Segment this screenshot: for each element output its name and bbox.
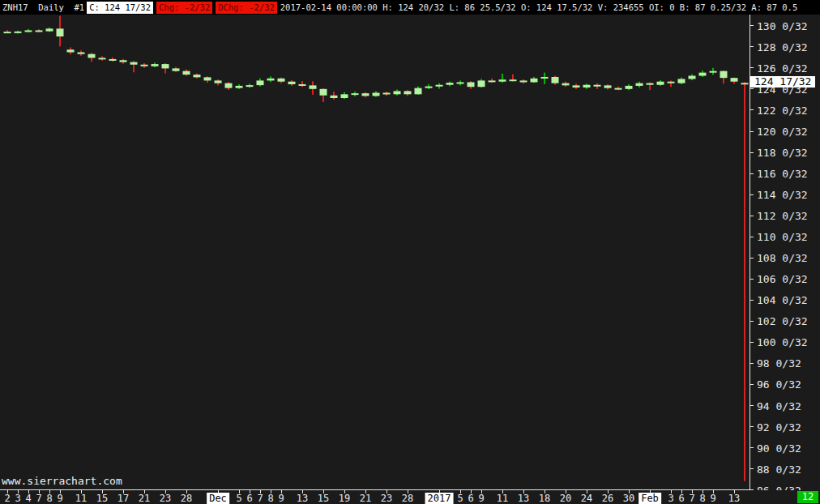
candle-body — [373, 92, 380, 96]
candle-body — [173, 68, 180, 70]
candle-body — [130, 62, 138, 65]
time-axis-label: 2 — [4, 493, 10, 504]
candle-body — [562, 83, 570, 86]
time-axis-label: 7 — [257, 493, 263, 504]
time-axis-label: 24 — [581, 493, 592, 504]
candle-body — [415, 88, 422, 95]
candlestick-chart-canvas[interactable] — [0, 15, 750, 490]
price-axis-label: 104 0/32 — [757, 294, 808, 306]
candle-body — [615, 88, 622, 90]
candle-body — [689, 76, 696, 79]
price-axis-tick — [750, 342, 754, 343]
time-axis-label: 11 — [75, 493, 87, 504]
price-axis-tick — [750, 384, 754, 385]
time-axis-label: 21 — [139, 493, 150, 504]
chartbook-number-badge[interactable]: 12 — [797, 491, 818, 503]
time-axis-label: 23 — [160, 493, 171, 504]
candle-body — [204, 77, 211, 80]
time-axis-label: 11 — [497, 493, 508, 504]
candle-body — [720, 71, 728, 78]
candle-body — [320, 89, 327, 96]
price-axis-label: 120 0/32 — [757, 126, 808, 138]
time-axis-label: 19 — [339, 493, 350, 504]
time-axis-label: 15 — [96, 493, 108, 504]
candle-body — [710, 71, 717, 73]
price-axis-tick — [750, 109, 754, 110]
time-axis-label: 8 — [699, 493, 705, 504]
time-axis-label: 4 — [25, 493, 31, 504]
candle-body — [341, 94, 348, 98]
price-axis-label: 126 0/32 — [757, 62, 808, 74]
candle-body — [394, 91, 401, 94]
price-axis-tick — [750, 131, 754, 132]
candle-body — [678, 79, 685, 83]
candle-body — [78, 53, 85, 54]
candle-body — [36, 30, 43, 32]
candle-body — [4, 32, 11, 33]
price-axis-tick — [750, 216, 754, 216]
price-axis-label: 98 0/32 — [757, 357, 801, 369]
candle-body — [310, 85, 317, 88]
time-axis-label: 23 — [381, 493, 392, 504]
candle-body — [446, 83, 454, 85]
price-axis-tick — [750, 173, 754, 174]
time-axis-month-label: 2017 — [425, 493, 454, 504]
sierra-chart-window: ZNH17 Daily #1 C: 124 17/32 Chg: -2/32 D… — [0, 0, 820, 504]
time-axis-label: 18 — [539, 493, 550, 504]
candle-body — [626, 86, 633, 89]
candle-body — [668, 82, 675, 83]
price-axis-label: 88 0/32 — [757, 463, 801, 475]
candle-body — [383, 92, 391, 94]
candle-body — [636, 83, 643, 86]
candle-body — [88, 54, 96, 58]
time-axis[interactable]: 234789111517212328Dec5678913151921232820… — [0, 490, 820, 504]
price-axis-tick — [750, 279, 754, 280]
price-axis-tick — [750, 447, 754, 448]
sierrachart-watermark: www.sierrachart.com — [2, 476, 122, 487]
candle-body — [741, 83, 749, 84]
time-axis-month-label: Feb — [638, 493, 661, 504]
candle-body — [647, 83, 654, 85]
price-axis-tick — [750, 88, 754, 89]
time-axis-label: 20 — [560, 493, 571, 504]
time-axis-label: 6 — [678, 493, 684, 504]
time-axis-label: 21 — [360, 493, 371, 504]
time-axis-label: 6 — [468, 493, 473, 504]
time-axis-label: 13 — [728, 493, 740, 504]
price-axis-label: 106 0/32 — [757, 273, 808, 285]
price-axis-tick — [750, 321, 754, 322]
candle-body — [299, 84, 306, 86]
candle-body — [699, 73, 707, 76]
last-price-label: 124 17/32 — [750, 76, 815, 88]
ohlc-info-label: 2017-02-14 00:00:00 H: 124 20/32 L: 86 2… — [280, 2, 797, 13]
change-chip: Chg: -2/32 — [156, 2, 212, 14]
candle-body — [468, 82, 475, 87]
time-axis-label: 8 — [267, 493, 273, 504]
time-axis-label: 28 — [181, 493, 192, 504]
price-axis-tick — [750, 426, 754, 427]
candle-body — [246, 85, 254, 87]
time-axis-label: 7 — [689, 493, 694, 504]
candle-body — [573, 85, 580, 88]
price-axis-label: 108 0/32 — [757, 252, 808, 264]
time-axis-label: 17 — [117, 493, 129, 504]
time-axis-label: 7 — [36, 493, 41, 504]
candle-body — [67, 49, 75, 52]
price-axis-label: 92 0/32 — [757, 421, 801, 433]
close-price-chip: C: 124 17/32 — [87, 2, 153, 14]
candle-body — [594, 85, 601, 87]
candle-body — [257, 80, 264, 85]
time-axis-label: 3 — [668, 493, 673, 504]
price-axis-label: 102 0/32 — [757, 315, 808, 327]
candle-body — [583, 85, 591, 88]
time-axis-label: 9 — [278, 493, 284, 504]
price-axis-label: 114 0/32 — [757, 189, 808, 201]
time-axis-label: 3 — [15, 493, 20, 504]
time-axis-label: 26 — [602, 493, 613, 504]
candle-body — [657, 82, 664, 85]
candle-body — [552, 77, 559, 83]
price-axis-label: 128 0/32 — [757, 41, 808, 53]
candle-body — [352, 93, 359, 95]
candle-body — [183, 71, 190, 75]
price-axis-tick — [750, 300, 754, 301]
